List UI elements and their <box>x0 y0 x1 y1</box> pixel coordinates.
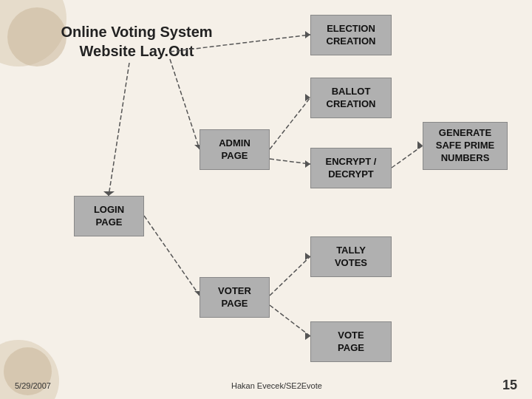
svg-marker-17 <box>305 332 310 340</box>
tally-votes-label: TALLY VOTES <box>335 245 367 270</box>
footer-date: 5/29/2007 <box>15 381 51 390</box>
generate-safe-box: GENERATE SAFE PRIME NUMBERS <box>423 122 508 170</box>
svg-marker-9 <box>305 31 310 38</box>
svg-line-4 <box>270 159 310 164</box>
voter-page-label: VOTER PAGE <box>218 285 251 310</box>
svg-line-5 <box>392 146 423 168</box>
vote-page-box: VOTE PAGE <box>310 321 392 362</box>
svg-line-6 <box>144 216 200 296</box>
vote-page-label: VOTE PAGE <box>338 330 364 355</box>
svg-marker-13 <box>305 160 310 168</box>
login-page-label: LOGIN PAGE <box>94 204 124 229</box>
title-line2: Website Lay.Out <box>80 43 194 59</box>
svg-marker-16 <box>305 253 310 260</box>
footer: 5/29/2007 Hakan Evecek/SE2Evote 15 <box>0 378 532 393</box>
svg-line-2 <box>109 63 129 196</box>
svg-marker-12 <box>305 94 310 101</box>
encrypt-decrypt-label: ENCRYPT / DECRYPT <box>326 156 377 181</box>
slide-content: Online Voting System Website Lay.Out <box>0 0 532 399</box>
svg-line-8 <box>270 305 310 336</box>
ballot-creation-label: BALLOT CREATION <box>327 86 376 111</box>
login-page-box: LOGIN PAGE <box>74 196 144 236</box>
svg-line-1 <box>170 59 200 149</box>
svg-line-3 <box>270 98 310 149</box>
voter-page-box: VOTER PAGE <box>200 277 270 318</box>
encrypt-decrypt-box: ENCRYPT / DECRYPT <box>310 148 392 188</box>
admin-page-label: ADMIN PAGE <box>219 137 250 163</box>
footer-page-number: 15 <box>502 378 517 393</box>
admin-page-box: ADMIN PAGE <box>200 129 270 170</box>
title-line1: Online Voting System <box>61 24 212 40</box>
ballot-creation-box: BALLOT CREATION <box>310 78 392 118</box>
election-creation-label: ELECTION CREATION <box>327 23 376 48</box>
svg-line-7 <box>270 256 310 296</box>
tally-votes-box: TALLY VOTES <box>310 236 392 277</box>
svg-marker-14 <box>417 141 423 149</box>
footer-center: Hakan Evecek/SE2Evote <box>231 381 322 390</box>
generate-safe-label: GENERATE SAFE PRIME NUMBERS <box>436 127 494 165</box>
slide-title: Online Voting System Website Lay.Out <box>55 22 218 61</box>
election-creation-box: ELECTION CREATION <box>310 15 392 55</box>
